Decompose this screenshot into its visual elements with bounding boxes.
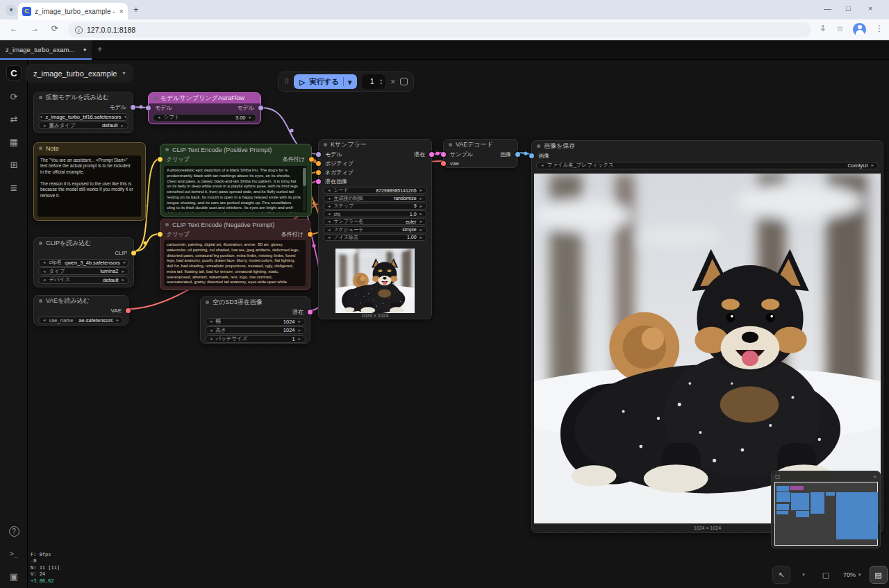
widget-weight-dtype[interactable]: ◄重みタイプdefault► xyxy=(38,121,128,129)
node-vae-decode[interactable]: VAEデコード サンプル画像 vae xyxy=(443,139,518,168)
node-model-sampling-auraflow[interactable]: モデルサンプリングAuraFlow モデル モデル ◄シフト3.00► xyxy=(148,92,261,124)
reload-icon[interactable]: ⟳ xyxy=(51,24,58,33)
clear-queue-button[interactable]: × xyxy=(390,77,395,87)
tab-search-icon[interactable]: ▾ xyxy=(6,5,17,16)
negative-prompt-text[interactable]: cartoonish, painting, digital art, illus… xyxy=(164,240,306,286)
widget-steps[interactable]: ◄ステップ9► xyxy=(323,203,427,210)
widget-scheduler[interactable]: ◄スケジューラsimple► xyxy=(323,226,427,233)
window-minimize-button[interactable]: — xyxy=(824,4,831,12)
output-slot-model[interactable] xyxy=(131,105,135,110)
collapse-dot[interactable] xyxy=(153,96,157,100)
browser-menu-icon[interactable]: ⋮ xyxy=(875,24,883,33)
pointer-tool-button[interactable]: ↖ xyxy=(772,566,790,584)
collapse-dot[interactable] xyxy=(39,96,42,99)
help-icon[interactable]: ? xyxy=(0,526,28,537)
model-library-icon[interactable]: ⊞ xyxy=(0,160,28,170)
workflow-name-pill[interactable]: z_image_turbo_example ▾ xyxy=(25,64,133,83)
node-clip-text-encode-positive[interactable]: CLIP Text Encode (Positive Prompt) クリップ … xyxy=(160,144,312,217)
pointer-tool-dropdown[interactable]: ▾ xyxy=(795,566,813,584)
collapse-dot[interactable] xyxy=(206,301,209,304)
widget-device[interactable]: ◄デバイスdefault► xyxy=(38,276,129,284)
fit-view-button[interactable]: ▢ xyxy=(817,566,835,584)
collapse-dot[interactable] xyxy=(165,148,169,151)
note-text[interactable]: The "You are an assistant... <Prompt Sta… xyxy=(38,156,141,217)
minimap-panel[interactable]: ▢ × xyxy=(771,471,881,548)
collapse-dot[interactable] xyxy=(449,143,452,146)
input-slot-positive[interactable] xyxy=(316,161,321,166)
tab-close-icon[interactable]: × xyxy=(119,7,124,15)
widget-unet-name[interactable]: ◄z_image_turbo_bf16.safetensors► xyxy=(38,113,128,121)
widget-cfg[interactable]: ◄cfg1.0► xyxy=(323,210,427,217)
collapse-dot[interactable] xyxy=(39,242,42,245)
node-ksampler[interactable]: Kサンプラー モデル潜在 ポジティブ ネガティブ 潜在画像 ◄シード872988… xyxy=(318,139,432,319)
minimap-pin-icon[interactable]: ▢ xyxy=(775,473,781,480)
node-load-vae[interactable]: VAEを読み込む VAE ◄vae_nameae.safetensors► xyxy=(33,295,128,326)
output-slot-conditioning[interactable] xyxy=(308,232,313,237)
widget-batch-size[interactable]: ◄バッチサイズ1► xyxy=(205,335,306,343)
widget-height[interactable]: ◄高さ1024► xyxy=(205,326,306,334)
minimap-close-icon[interactable]: × xyxy=(873,473,876,480)
input-slot-negative[interactable] xyxy=(316,170,321,175)
workflows-icon[interactable]: ⇄ xyxy=(0,114,28,124)
collapse-dot[interactable] xyxy=(165,223,169,226)
widget-control-after-generate[interactable]: ◄生成後の制御randomize► xyxy=(323,195,427,202)
site-info-icon[interactable]: i xyxy=(75,26,83,34)
zoom-level-dropdown[interactable]: 70%▾ xyxy=(839,566,865,584)
output-slot-vae[interactable] xyxy=(126,308,131,313)
node-empty-latent-image[interactable]: 空のSD3潜在画像 潜在 ◄幅1024► ◄高さ1024► ◄バッチサイズ1► xyxy=(200,296,310,344)
address-bar[interactable]: i 127.0.0.1:8188 xyxy=(68,22,811,37)
input-slot-model[interactable] xyxy=(146,106,151,110)
output-slot-conditioning[interactable] xyxy=(309,157,314,162)
widget-seed[interactable]: ◄シード872988985141205► xyxy=(323,187,427,194)
input-slot-samples[interactable] xyxy=(441,152,446,157)
scrollbar[interactable] xyxy=(303,167,306,211)
browser-tab[interactable]: C z_image_turbo_example - Com × xyxy=(18,3,128,19)
collapse-dot[interactable] xyxy=(39,299,42,303)
queue-history-icon[interactable]: ⟳ xyxy=(0,92,28,102)
node-library-icon[interactable]: ▦ xyxy=(0,137,28,147)
widget-denoise[interactable]: ◄ノイズ除去1.00► xyxy=(323,234,427,241)
forward-icon[interactable]: → xyxy=(31,24,39,33)
new-tab-button[interactable]: + xyxy=(133,4,139,15)
collapse-dot[interactable] xyxy=(537,144,540,148)
minimap-viewport[interactable] xyxy=(774,482,878,546)
batch-count-stepper[interactable]: 1 ▲▼ xyxy=(362,74,385,89)
output-slot-latent[interactable] xyxy=(429,152,434,157)
node-load-clip[interactable]: CLIPを読み込む CLIP ◄clip名qwen_3_4b.safetenso… xyxy=(33,237,134,287)
window-close-button[interactable]: × xyxy=(868,4,872,12)
node-note[interactable]: Note The "You are an assistant... <Promp… xyxy=(33,142,146,221)
comfyui-logo[interactable]: C xyxy=(6,65,22,81)
widget-vae-name[interactable]: ◄vae_nameae.safetensors► xyxy=(38,317,124,324)
widget-sampler-name[interactable]: ◄サンプラー名euler► xyxy=(323,218,427,225)
widget-type[interactable]: ◄タイプlumina2► xyxy=(38,267,129,275)
collapse-dot[interactable] xyxy=(39,146,42,150)
input-slot-vae[interactable] xyxy=(441,161,446,166)
window-maximize-button[interactable]: □ xyxy=(846,4,851,12)
install-icon[interactable]: ⇩ xyxy=(820,24,826,33)
collapse-dot[interactable] xyxy=(324,143,327,146)
output-slot-model[interactable] xyxy=(258,106,263,110)
widget-filename-prefix[interactable]: ◄ファイル名_プレフィックスComfyUI► xyxy=(536,162,879,169)
output-slot-clip[interactable] xyxy=(131,251,136,255)
input-slot-model[interactable] xyxy=(316,152,321,157)
unsaved-dot[interactable]: • xyxy=(83,45,86,53)
input-slot-clip[interactable] xyxy=(158,232,163,237)
terminal-icon[interactable]: >_ xyxy=(0,550,28,557)
input-slot-latent-image[interactable] xyxy=(316,179,321,184)
drag-handle[interactable]: ⠿ xyxy=(284,78,289,85)
node-load-diffusion-model[interactable]: 拡散モデルを読み込む モデル ◄z_image_turbo_bf16.safet… xyxy=(33,92,133,133)
stepper-down-icon[interactable]: ▼ xyxy=(379,82,383,85)
new-workflow-button[interactable]: + xyxy=(97,44,103,54)
profile-avatar[interactable] xyxy=(853,23,866,36)
output-slot-image[interactable] xyxy=(515,152,520,157)
panel-icon[interactable]: ▣ xyxy=(0,571,28,582)
stop-button[interactable] xyxy=(400,78,408,85)
workflow-tab[interactable]: z_image_turbo_exam... • xyxy=(0,40,92,60)
widget-clip-name[interactable]: ◄clip名qwen_3_4b.safetensors► xyxy=(38,259,129,267)
minimap-toggle-button[interactable]: ▤ xyxy=(870,566,888,584)
input-slot-clip[interactable] xyxy=(158,157,163,162)
run-options-chevron-icon[interactable]: ▾ xyxy=(348,78,351,86)
back-icon[interactable]: ← xyxy=(10,24,18,33)
run-button[interactable]: ▷ 実行する ▾ xyxy=(294,74,357,89)
input-slot-images[interactable] xyxy=(529,153,534,158)
